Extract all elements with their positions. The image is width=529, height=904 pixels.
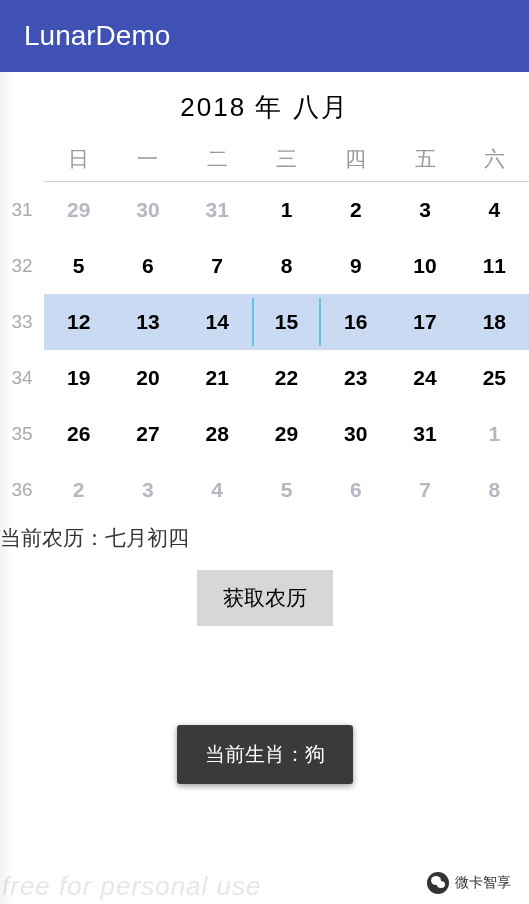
- dow-mon: 一: [113, 135, 182, 182]
- watermark-text: free for personal use: [2, 871, 261, 902]
- calendar-day[interactable]: 15: [252, 294, 321, 350]
- toast-message: 当前生肖：狗: [177, 725, 353, 784]
- calendar-day[interactable]: 3: [390, 182, 459, 239]
- calendar-day[interactable]: 28: [183, 406, 252, 462]
- weekday-header-row: 日 一 二 三 四 五 六: [0, 135, 529, 182]
- calendar-day[interactable]: 25: [460, 350, 529, 406]
- calendar-day[interactable]: 8: [460, 462, 529, 518]
- calendar-row: 352627282930311: [0, 406, 529, 462]
- calendar-day[interactable]: 14: [183, 294, 252, 350]
- week-number: 32: [0, 238, 44, 294]
- calendar-day[interactable]: 11: [460, 238, 529, 294]
- wechat-icon: [427, 872, 449, 894]
- week-number: 35: [0, 406, 44, 462]
- calendar-day[interactable]: 18: [460, 294, 529, 350]
- calendar-day[interactable]: 1: [252, 182, 321, 239]
- calendar-day[interactable]: 5: [252, 462, 321, 518]
- calendar-day[interactable]: 7: [183, 238, 252, 294]
- lunar-label: 当前农历：七月初四: [0, 518, 529, 566]
- calendar-day[interactable]: 3: [113, 462, 182, 518]
- app-bar: LunarDemo: [0, 0, 529, 72]
- calendar-row: 362345678: [0, 462, 529, 518]
- calendar-day[interactable]: 17: [390, 294, 459, 350]
- calendar-row: 3312131415161718: [0, 294, 529, 350]
- week-number: 36: [0, 462, 44, 518]
- calendar-day[interactable]: 12: [44, 294, 113, 350]
- weeknum-header-blank: [0, 135, 44, 182]
- app-title: LunarDemo: [24, 20, 170, 52]
- calendar-day[interactable]: 2: [44, 462, 113, 518]
- calendar-day[interactable]: 1: [460, 406, 529, 462]
- calendar-day[interactable]: 13: [113, 294, 182, 350]
- calendar-day[interactable]: 23: [321, 350, 390, 406]
- calendar-day[interactable]: 27: [113, 406, 182, 462]
- calendar-day[interactable]: 10: [390, 238, 459, 294]
- watermark-brand: 微卡智享: [427, 872, 511, 894]
- calendar-day[interactable]: 6: [321, 462, 390, 518]
- get-lunar-button[interactable]: 获取农历: [197, 570, 333, 626]
- calendar-day[interactable]: 4: [183, 462, 252, 518]
- calendar-row: 3419202122232425: [0, 350, 529, 406]
- calendar-day[interactable]: 30: [321, 406, 390, 462]
- calendar-row: 312930311234: [0, 182, 529, 239]
- calendar-day[interactable]: 8: [252, 238, 321, 294]
- calendar-day[interactable]: 4: [460, 182, 529, 239]
- dow-sat: 六: [460, 135, 529, 182]
- calendar-day[interactable]: 5: [44, 238, 113, 294]
- week-number: 34: [0, 350, 44, 406]
- week-number: 31: [0, 182, 44, 239]
- dow-sun: 日: [44, 135, 113, 182]
- calendar-day[interactable]: 9: [321, 238, 390, 294]
- week-number: 33: [0, 294, 44, 350]
- calendar-title: 2018 年 八月: [0, 90, 529, 125]
- calendar-grid: 日 一 二 三 四 五 六 31293031123432567891011331…: [0, 135, 529, 518]
- calendar-day[interactable]: 2: [321, 182, 390, 239]
- calendar-day[interactable]: 19: [44, 350, 113, 406]
- calendar-row: 32567891011: [0, 238, 529, 294]
- calendar-day[interactable]: 21: [183, 350, 252, 406]
- calendar-day[interactable]: 22: [252, 350, 321, 406]
- brand-label: 微卡智享: [455, 874, 511, 892]
- calendar-day[interactable]: 29: [252, 406, 321, 462]
- dow-wed: 三: [252, 135, 321, 182]
- dow-tue: 二: [183, 135, 252, 182]
- calendar-day[interactable]: 29: [44, 182, 113, 239]
- calendar-day[interactable]: 20: [113, 350, 182, 406]
- calendar-day[interactable]: 31: [390, 406, 459, 462]
- calendar-day[interactable]: 16: [321, 294, 390, 350]
- calendar-day[interactable]: 24: [390, 350, 459, 406]
- calendar-day[interactable]: 7: [390, 462, 459, 518]
- dow-thu: 四: [321, 135, 390, 182]
- calendar-day[interactable]: 26: [44, 406, 113, 462]
- dow-fri: 五: [390, 135, 459, 182]
- calendar-day[interactable]: 31: [183, 182, 252, 239]
- calendar-day[interactable]: 6: [113, 238, 182, 294]
- calendar-day[interactable]: 30: [113, 182, 182, 239]
